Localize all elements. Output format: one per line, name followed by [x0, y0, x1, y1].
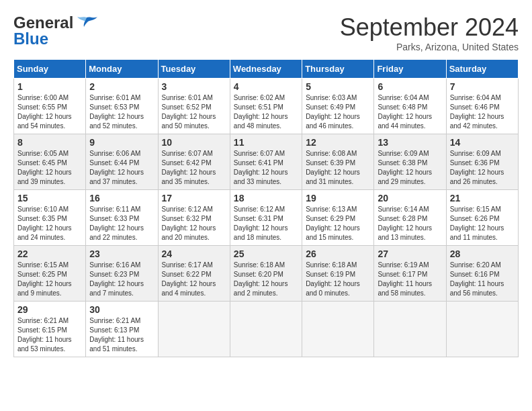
- table-row: 23Sunrise: 6:16 AMSunset: 6:23 PMDayligh…: [86, 246, 158, 302]
- calendar-week-row: 22Sunrise: 6:15 AMSunset: 6:25 PMDayligh…: [14, 246, 519, 302]
- table-row: 11Sunrise: 6:07 AMSunset: 6:41 PMDayligh…: [230, 134, 302, 190]
- table-row: 15Sunrise: 6:10 AMSunset: 6:35 PMDayligh…: [14, 190, 86, 246]
- table-row: 29Sunrise: 6:21 AMSunset: 6:15 PMDayligh…: [14, 302, 86, 357]
- calendar-week-row: 1Sunrise: 6:00 AMSunset: 6:55 PMDaylight…: [14, 79, 519, 134]
- day-number: 20: [378, 193, 442, 203]
- table-row: [158, 302, 230, 357]
- day-number: 21: [450, 193, 515, 203]
- day-number: 17: [162, 193, 226, 203]
- day-info: Sunrise: 6:20 AMSunset: 6:16 PMDaylight:…: [450, 261, 515, 298]
- day-info: Sunrise: 6:08 AMSunset: 6:39 PMDaylight:…: [306, 149, 370, 187]
- table-row: 19Sunrise: 6:13 AMSunset: 6:29 PMDayligh…: [302, 190, 374, 246]
- day-number: 8: [17, 137, 82, 148]
- col-tuesday: Tuesday: [158, 60, 230, 79]
- col-sunday: Sunday: [14, 60, 86, 79]
- table-row: 28Sunrise: 6:20 AMSunset: 6:16 PMDayligh…: [446, 246, 518, 302]
- day-info: Sunrise: 6:07 AMSunset: 6:41 PMDaylight:…: [234, 149, 298, 187]
- title-area: September 2024 Parks, Arizona, United St…: [340, 13, 519, 52]
- logo: General Blue: [13, 13, 99, 48]
- day-number: 19: [306, 193, 370, 203]
- day-number: 4: [234, 81, 298, 92]
- table-row: [374, 302, 446, 357]
- table-row: 18Sunrise: 6:12 AMSunset: 6:31 PMDayligh…: [230, 190, 302, 246]
- calendar-week-row: 8Sunrise: 6:05 AMSunset: 6:45 PMDaylight…: [14, 134, 519, 190]
- day-info: Sunrise: 6:04 AMSunset: 6:46 PMDaylight:…: [450, 93, 515, 131]
- calendar-week-row: 29Sunrise: 6:21 AMSunset: 6:15 PMDayligh…: [14, 302, 519, 357]
- table-row: 24Sunrise: 6:17 AMSunset: 6:22 PMDayligh…: [158, 246, 230, 302]
- table-row: 21Sunrise: 6:15 AMSunset: 6:26 PMDayligh…: [446, 190, 518, 246]
- day-number: 25: [234, 248, 298, 259]
- table-row: 22Sunrise: 6:15 AMSunset: 6:25 PMDayligh…: [14, 246, 86, 302]
- day-number: 16: [89, 193, 154, 203]
- location-subtitle: Parks, Arizona, United States: [340, 42, 519, 52]
- table-row: 3Sunrise: 6:01 AMSunset: 6:52 PMDaylight…: [158, 79, 230, 134]
- col-wednesday: Wednesday: [230, 60, 302, 79]
- day-number: 1: [17, 81, 82, 92]
- table-row: [446, 302, 518, 357]
- day-number: 18: [234, 193, 298, 203]
- calendar-header-row: Sunday Monday Tuesday Wednesday Thursday…: [14, 60, 519, 79]
- day-number: 7: [450, 81, 515, 92]
- day-info: Sunrise: 6:15 AMSunset: 6:25 PMDaylight:…: [17, 261, 82, 298]
- day-number: 15: [17, 193, 82, 203]
- table-row: 7Sunrise: 6:04 AMSunset: 6:46 PMDaylight…: [446, 79, 518, 134]
- day-number: 9: [89, 137, 154, 148]
- day-info: Sunrise: 6:13 AMSunset: 6:29 PMDaylight:…: [306, 205, 370, 242]
- col-saturday: Saturday: [446, 60, 518, 79]
- calendar-week-row: 15Sunrise: 6:10 AMSunset: 6:35 PMDayligh…: [14, 190, 519, 246]
- day-number: 29: [17, 304, 82, 315]
- table-row: 1Sunrise: 6:00 AMSunset: 6:55 PMDaylight…: [14, 79, 86, 134]
- day-info: Sunrise: 6:12 AMSunset: 6:32 PMDaylight:…: [162, 205, 226, 242]
- day-number: 26: [306, 248, 370, 259]
- day-number: 5: [306, 81, 370, 92]
- table-row: 25Sunrise: 6:18 AMSunset: 6:20 PMDayligh…: [230, 246, 302, 302]
- day-info: Sunrise: 6:09 AMSunset: 6:38 PMDaylight:…: [378, 149, 442, 187]
- table-row: 12Sunrise: 6:08 AMSunset: 6:39 PMDayligh…: [302, 134, 374, 190]
- col-thursday: Thursday: [302, 60, 374, 79]
- table-row: 5Sunrise: 6:03 AMSunset: 6:49 PMDaylight…: [302, 79, 374, 134]
- day-number: 3: [162, 81, 226, 92]
- day-info: Sunrise: 6:19 AMSunset: 6:17 PMDaylight:…: [378, 261, 442, 298]
- day-number: 14: [450, 137, 515, 148]
- table-row: 13Sunrise: 6:09 AMSunset: 6:38 PMDayligh…: [374, 134, 446, 190]
- table-row: 6Sunrise: 6:04 AMSunset: 6:48 PMDaylight…: [374, 79, 446, 134]
- calendar-table: Sunday Monday Tuesday Wednesday Thursday…: [13, 59, 519, 357]
- day-info: Sunrise: 6:01 AMSunset: 6:53 PMDaylight:…: [89, 93, 154, 131]
- col-monday: Monday: [86, 60, 158, 79]
- table-row: 17Sunrise: 6:12 AMSunset: 6:32 PMDayligh…: [158, 190, 230, 246]
- day-number: 28: [450, 248, 515, 259]
- day-info: Sunrise: 6:10 AMSunset: 6:35 PMDaylight:…: [17, 205, 82, 242]
- logo-blue: Blue: [13, 30, 48, 48]
- day-info: Sunrise: 6:16 AMSunset: 6:23 PMDaylight:…: [89, 261, 154, 298]
- day-info: Sunrise: 6:09 AMSunset: 6:36 PMDaylight:…: [450, 149, 515, 187]
- table-row: 8Sunrise: 6:05 AMSunset: 6:45 PMDaylight…: [14, 134, 86, 190]
- day-number: 22: [17, 248, 82, 259]
- table-row: 10Sunrise: 6:07 AMSunset: 6:42 PMDayligh…: [158, 134, 230, 190]
- day-number: 13: [378, 137, 442, 148]
- day-info: Sunrise: 6:21 AMSunset: 6:13 PMDaylight:…: [89, 316, 154, 354]
- day-number: 2: [89, 81, 154, 92]
- day-info: Sunrise: 6:02 AMSunset: 6:51 PMDaylight:…: [234, 93, 298, 131]
- day-info: Sunrise: 6:04 AMSunset: 6:48 PMDaylight:…: [378, 93, 442, 131]
- day-info: Sunrise: 6:18 AMSunset: 6:20 PMDaylight:…: [234, 261, 298, 298]
- day-number: 27: [378, 248, 442, 259]
- day-number: 24: [162, 248, 226, 259]
- day-info: Sunrise: 6:03 AMSunset: 6:49 PMDaylight:…: [306, 93, 370, 131]
- day-info: Sunrise: 6:01 AMSunset: 6:52 PMDaylight:…: [162, 93, 226, 131]
- table-row: [230, 302, 302, 357]
- day-number: 10: [162, 137, 226, 148]
- logo-bird-icon: [75, 15, 99, 31]
- day-number: 12: [306, 137, 370, 148]
- table-row: 2Sunrise: 6:01 AMSunset: 6:53 PMDaylight…: [86, 79, 158, 134]
- day-info: Sunrise: 6:07 AMSunset: 6:42 PMDaylight:…: [162, 149, 226, 187]
- day-info: Sunrise: 6:17 AMSunset: 6:22 PMDaylight:…: [162, 261, 226, 298]
- table-row: 26Sunrise: 6:18 AMSunset: 6:19 PMDayligh…: [302, 246, 374, 302]
- day-number: 6: [378, 81, 442, 92]
- day-info: Sunrise: 6:00 AMSunset: 6:55 PMDaylight:…: [17, 93, 82, 131]
- table-row: 27Sunrise: 6:19 AMSunset: 6:17 PMDayligh…: [374, 246, 446, 302]
- table-row: 16Sunrise: 6:11 AMSunset: 6:33 PMDayligh…: [86, 190, 158, 246]
- day-info: Sunrise: 6:18 AMSunset: 6:19 PMDaylight:…: [306, 261, 370, 298]
- day-info: Sunrise: 6:12 AMSunset: 6:31 PMDaylight:…: [234, 205, 298, 242]
- table-row: 9Sunrise: 6:06 AMSunset: 6:44 PMDaylight…: [86, 134, 158, 190]
- table-row: 4Sunrise: 6:02 AMSunset: 6:51 PMDaylight…: [230, 79, 302, 134]
